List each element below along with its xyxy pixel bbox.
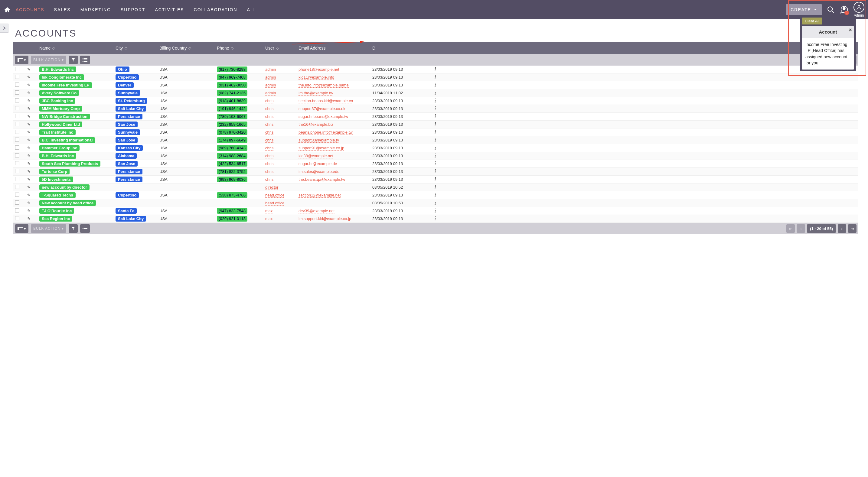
home-icon[interactable] (4, 6, 11, 13)
info-icon[interactable]: i (434, 184, 436, 190)
phone-pill[interactable]: (893) 969-8036 (217, 177, 247, 182)
account-name-pill[interactable]: 5D Investments (39, 177, 73, 182)
email-link[interactable]: the.beans.qa@example.tw (299, 177, 345, 182)
email-link[interactable]: the16@example.biz (299, 122, 333, 127)
account-name-pill[interactable]: Trait Institute Inc (39, 129, 75, 135)
account-name-pill[interactable]: Hammer Group Inc (39, 145, 80, 151)
email-link[interactable]: support91@example.co.jp (299, 146, 344, 151)
edit-icon[interactable]: ✎ (27, 216, 31, 221)
city-pill[interactable]: Santa Fe (116, 208, 137, 214)
user-link[interactable]: max (265, 209, 273, 214)
phone-pill[interactable]: (029) 921-0113 (217, 216, 247, 222)
city-pill[interactable]: Salt Lake City (116, 216, 146, 222)
phone-pill[interactable]: (817) 730-8298 (217, 66, 247, 72)
row-checkbox[interactable] (15, 200, 19, 204)
city-pill[interactable]: Alabama (116, 153, 137, 159)
phone-pill[interactable]: (232) 859-1665 (217, 122, 247, 127)
city-pill[interactable]: Persistance (116, 177, 143, 182)
edit-icon[interactable]: ✎ (27, 75, 31, 80)
info-icon[interactable]: i (434, 208, 436, 214)
account-name-pill[interactable]: B.H. Edwards Inc (39, 153, 76, 159)
row-checkbox[interactable] (15, 106, 19, 110)
email-link[interactable]: phone18@example.net (299, 67, 339, 72)
user-link[interactable]: chris (265, 169, 273, 174)
list-view-button[interactable] (80, 224, 90, 233)
email-link[interactable]: section12@example.net (299, 193, 341, 198)
edit-icon[interactable]: ✎ (27, 91, 31, 95)
create-button[interactable]: CREATE (786, 4, 822, 15)
info-icon[interactable]: i (434, 66, 436, 72)
email-link[interactable]: dev39@example.net (299, 209, 335, 214)
col-header-date[interactable]: D (372, 45, 430, 51)
edit-icon[interactable]: ✎ (27, 161, 31, 166)
user-link[interactable]: chris (265, 154, 273, 158)
row-checkbox[interactable] (15, 98, 19, 102)
info-icon[interactable]: i (434, 121, 436, 127)
edit-icon[interactable]: ✎ (27, 169, 31, 174)
info-icon[interactable]: i (434, 153, 436, 159)
email-link[interactable]: sugar.hr.beans@example.tw (299, 114, 348, 119)
columns-toggle-button[interactable]: ▾ (15, 224, 28, 233)
row-checkbox[interactable] (15, 208, 19, 213)
email-link[interactable]: beans.phone.info@example.tw (299, 130, 353, 135)
list-view-button[interactable] (80, 56, 90, 64)
info-icon[interactable]: i (434, 216, 436, 222)
info-icon[interactable]: i (434, 114, 436, 119)
phone-pill[interactable]: (947) 969-7408 (217, 74, 247, 80)
col-header-phone[interactable]: Phone◇ (217, 45, 265, 51)
account-name-pill[interactable]: MMM Mortuary Corp (39, 106, 82, 112)
pagination-last-button[interactable]: ⇥ (848, 224, 857, 233)
row-checkbox[interactable] (15, 161, 19, 165)
edit-icon[interactable]: ✎ (27, 209, 31, 213)
user-link[interactable]: chris (265, 146, 273, 151)
info-icon[interactable]: i (434, 98, 436, 104)
info-icon[interactable]: i (434, 82, 436, 88)
row-checkbox[interactable] (15, 130, 19, 134)
city-pill[interactable]: Kansas City (116, 145, 143, 151)
user-avatar[interactable]: admin (854, 2, 864, 18)
phone-pill[interactable]: (082) 741-2135 (217, 90, 247, 96)
phone-pill[interactable]: (989) 760-4343 (217, 145, 247, 151)
pagination-prev-button[interactable]: ‹ (797, 224, 805, 233)
account-name-pill[interactable]: new account by director (39, 184, 90, 190)
row-checkbox[interactable] (15, 114, 19, 118)
notification-card[interactable]: Account ✕ Income Free Investing LP [Head… (802, 26, 854, 69)
info-icon[interactable]: i (434, 160, 436, 166)
phone-pill[interactable]: (789) 193-6067 (217, 114, 247, 119)
email-link[interactable]: kid11@example.info (299, 75, 334, 80)
city-pill[interactable]: Persistance (116, 169, 143, 174)
user-link[interactable]: head.office (265, 201, 284, 205)
edit-icon[interactable]: ✎ (27, 177, 31, 182)
email-link[interactable]: section.beans.kid@example.cn (299, 99, 353, 103)
info-icon[interactable]: i (434, 192, 436, 198)
phone-pill[interactable]: (538) 873-4766 (217, 192, 247, 198)
info-icon[interactable]: i (434, 129, 436, 135)
account-name-pill[interactable]: Ink Conglomerate Inc (39, 74, 84, 80)
expand-sidebar-button[interactable] (0, 24, 8, 33)
row-checkbox[interactable] (15, 193, 19, 197)
account-name-pill[interactable]: South Sea Plumbing Products (39, 161, 100, 166)
account-name-pill[interactable]: JBC Banking Inc (39, 98, 75, 104)
email-link[interactable]: the.info.info@example.name (299, 83, 349, 88)
account-name-pill[interactable]: Tortoise Corp (39, 169, 69, 174)
city-pill[interactable]: Persistance (116, 114, 143, 119)
user-link[interactable]: admin (265, 83, 276, 88)
nav-item-activities[interactable]: ACTIVITIES (155, 1, 184, 18)
row-checkbox[interactable] (15, 146, 19, 150)
user-link[interactable]: chris (265, 106, 273, 111)
phone-pill[interactable]: (422) 534-6517 (217, 161, 247, 166)
nav-item-all[interactable]: ALL (247, 1, 256, 18)
user-link[interactable]: admin (265, 67, 276, 72)
bulk-action-button[interactable]: BULK ACTION▾ (31, 56, 66, 64)
account-name-pill[interactable]: B.H. Edwards Inc (39, 66, 76, 72)
user-link[interactable]: max (265, 216, 273, 221)
user-link[interactable]: director (265, 185, 278, 190)
phone-pill[interactable]: (191) 946-1442 (217, 106, 247, 112)
edit-icon[interactable]: ✎ (27, 106, 31, 111)
bulk-action-button[interactable]: BULK ACTION▾ (31, 224, 66, 233)
city-pill[interactable]: Cupertino (116, 74, 139, 80)
row-checkbox[interactable] (15, 67, 19, 71)
account-name-pill[interactable]: Avery Software Co (39, 90, 79, 96)
pagination-first-button[interactable]: ⇤ (786, 224, 795, 233)
city-pill[interactable]: Ohio (116, 66, 129, 72)
